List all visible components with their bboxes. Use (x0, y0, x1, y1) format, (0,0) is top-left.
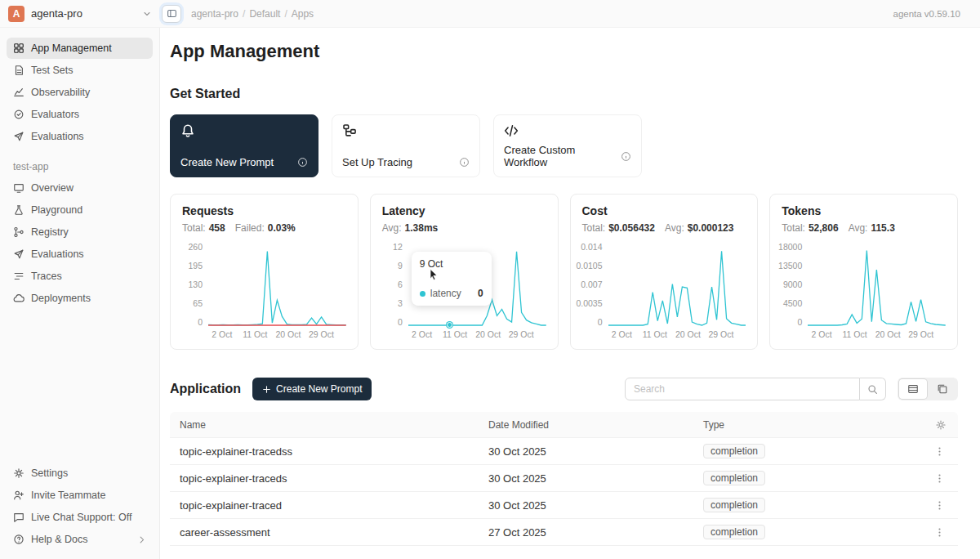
column-header-date-modified: Date Modified (488, 419, 703, 431)
info-icon[interactable] (297, 157, 308, 168)
sidebar-item-test-sets[interactable]: Test Sets (7, 60, 153, 81)
app-name: topic-explainer-tracedss (170, 445, 488, 458)
sidebar-item-label: Evaluations (31, 248, 84, 260)
view-toggle (898, 378, 958, 400)
column-header-name: Name (170, 419, 488, 431)
metric-stats: Total:52,806Avg:115.3 (782, 222, 946, 234)
sidebar-item-label: Deployments (31, 293, 91, 304)
chat-icon (13, 512, 24, 523)
search-icon (867, 384, 878, 395)
card-view-button[interactable] (929, 379, 956, 399)
table-view-button[interactable] (899, 379, 927, 399)
metric-title: Latency (382, 204, 546, 217)
evaluations-icon (13, 248, 24, 260)
deployments-icon (13, 293, 24, 304)
metric-title: Cost (582, 204, 746, 217)
create-custom-workflow-card[interactable]: Create Custom Workflow (493, 114, 642, 177)
metric-card-tokens: Tokens Total:52,806Avg:115.3 18000135009… (769, 194, 958, 350)
sidebar-item-traces[interactable]: Traces (7, 266, 153, 287)
table-row[interactable]: career-assessment 27 Oct 2025 completion (170, 519, 958, 546)
sidebar-item-label: Live Chat Support: Off (31, 512, 131, 523)
set-up-tracing-card[interactable]: Set Up Tracing (332, 114, 480, 177)
application-header: Application Create New Prompt (170, 378, 958, 400)
traces-icon (13, 271, 24, 282)
gs-card-label: Create New Prompt (180, 156, 274, 168)
y-axis-ticks: 260195130650 (182, 242, 208, 327)
metric-title: Tokens (782, 204, 946, 217)
sidebar-item-label: Playground (31, 204, 82, 216)
sidebar-item-help-docs[interactable]: Help & Docs (7, 529, 153, 550)
sidebar-item-playground[interactable]: Playground (7, 199, 153, 221)
sidebar-item-evaluations-app[interactable]: Evaluations (7, 244, 153, 265)
playground-icon (13, 204, 24, 216)
search-input[interactable] (625, 378, 860, 400)
table-view-icon (907, 383, 919, 395)
sidebar-item-overview[interactable]: Overview (7, 177, 153, 199)
app-management-icon (13, 42, 24, 54)
main-content: App Management Get Started Create New Pr… (160, 28, 980, 559)
column-settings-icon[interactable] (935, 419, 947, 431)
row-menu-button[interactable] (933, 499, 947, 512)
cost-chart: 0.0140.01050.0070.00350 2 Oct11 Oct20 Oc… (582, 242, 746, 341)
sidebar-item-settings[interactable]: Settings (7, 463, 153, 484)
table-row[interactable]: topic-explainer-tracedss 30 Oct 2025 com… (170, 438, 958, 465)
table-row[interactable]: topic-explainer-traceds 30 Oct 2025 comp… (170, 465, 958, 492)
sidebar-item-app-management[interactable]: App Management (7, 38, 153, 59)
topbar: A agenta-pro agenta-pro / Default / Apps… (0, 0, 980, 28)
breadcrumb-item[interactable]: Default (249, 8, 280, 20)
sidebar-section-title: test-app (13, 161, 153, 172)
sidebar-item-evaluations[interactable]: Evaluations (7, 126, 153, 147)
sidebar-item-evaluators[interactable]: Evaluators (7, 104, 153, 125)
applications-table: Name Date Modified Type topic-explainer-… (170, 412, 958, 546)
workspace-selector[interactable]: A agenta-pro (0, 0, 160, 27)
chevron-right-icon (137, 535, 146, 544)
sidebar-item-label: App Management (31, 42, 112, 54)
cursor-icon (428, 268, 439, 280)
y-axis-ticks: 0.0140.01050.0070.00350 (582, 242, 608, 327)
sidebar-item-label: Overview (31, 182, 74, 194)
sidebar-item-label: Test Sets (31, 65, 73, 76)
plot-area (608, 242, 746, 327)
info-icon[interactable] (621, 151, 631, 162)
create-new-prompt-card[interactable]: Create New Prompt (170, 114, 318, 177)
row-menu-button[interactable] (933, 525, 947, 539)
breadcrumb-separator: / (284, 8, 287, 20)
breadcrumb: agenta-pro / Default / Apps (191, 8, 314, 20)
column-header-type: Type (703, 419, 922, 431)
app-name: topic-explainer-traceds (170, 472, 488, 485)
row-menu-button[interactable] (933, 445, 947, 458)
sidebar-item-observability[interactable]: Observability (7, 82, 153, 103)
sidebar-item-invite-teammate[interactable]: Invite Teammate (7, 485, 153, 506)
overview-icon (13, 182, 24, 194)
type-tag: completion (703, 444, 765, 458)
registry-icon (13, 226, 24, 238)
page-title: App Management (170, 41, 958, 62)
search-button[interactable] (860, 378, 886, 400)
breadcrumb-separator: / (243, 8, 245, 20)
sidebar-item-registry[interactable]: Registry (7, 221, 153, 243)
x-axis-ticks: 2 Oct11 Oct20 Oct29 Oct (808, 329, 946, 341)
app-date: 27 Oct 2025 (488, 526, 703, 539)
create-new-prompt-button[interactable]: Create New Prompt (252, 378, 372, 400)
x-axis-ticks: 2 Oct11 Oct20 Oct29 Oct (608, 329, 746, 341)
plot-area (208, 242, 346, 327)
metric-title: Requests (182, 204, 346, 217)
info-icon[interactable] (459, 157, 470, 168)
sidebar-item-deployments[interactable]: Deployments (7, 288, 153, 309)
card-view-icon (937, 383, 948, 395)
chevron-down-icon (142, 9, 152, 19)
code-icon (504, 123, 631, 138)
breadcrumb-item[interactable]: agenta-pro (191, 8, 238, 20)
type-tag: completion (703, 498, 765, 512)
plus-icon (262, 385, 271, 394)
gs-card-label: Set Up Tracing (342, 156, 412, 168)
sidebar-toggle-button[interactable] (162, 5, 181, 23)
breadcrumb-item[interactable]: Apps (292, 8, 314, 20)
row-menu-button[interactable] (933, 472, 947, 485)
sidebar-item-live-chat[interactable]: Live Chat Support: Off (7, 507, 153, 528)
app-version: agenta v0.59.10 (893, 9, 961, 19)
table-row[interactable]: topic-explainer-traced 30 Oct 2025 compl… (170, 492, 958, 519)
latency-chart: 129630 9 Oct latency 0 (382, 242, 546, 341)
sidebar-item-label: Invite Teammate (31, 490, 105, 501)
app-date: 30 Oct 2025 (488, 499, 703, 512)
